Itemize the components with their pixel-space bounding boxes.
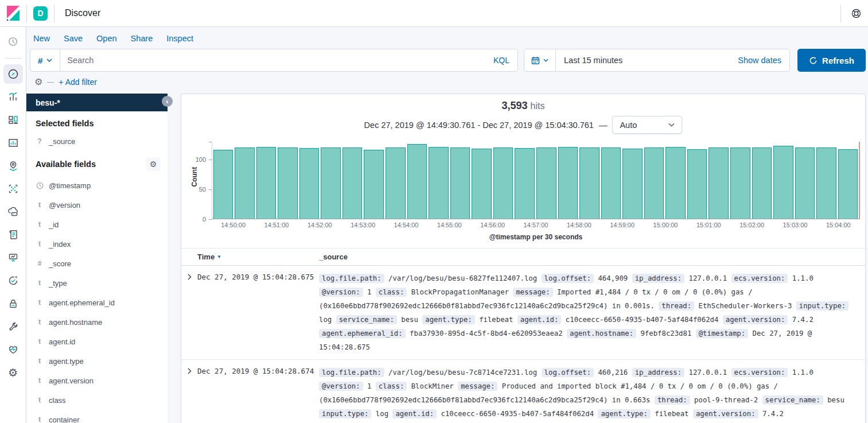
histogram-bar-14:58:00[interactable]	[579, 148, 600, 219]
interval-select[interactable]: Auto	[612, 116, 682, 134]
field-item-@version[interactable]: t@version	[26, 195, 168, 215]
time-column-header[interactable]: Time▼	[197, 253, 319, 261]
new-button[interactable]: New	[33, 34, 50, 43]
maps-icon	[7, 160, 19, 172]
nav-visualize[interactable]	[3, 87, 23, 107]
top-header-bar: D Discover	[0, 0, 868, 27]
field-key-badge: log.file.path:	[319, 368, 384, 377]
field-item-class[interactable]: tclass	[26, 390, 168, 410]
histogram-bar-15:00:30[interactable]	[687, 149, 707, 219]
expand-row-chevron-icon	[188, 274, 192, 280]
field-item-agent.ephemeral_id[interactable]: tagent.ephemeral_id	[26, 293, 168, 312]
share-button[interactable]: Share	[131, 34, 153, 43]
histogram-bar-14:53:00[interactable]	[364, 150, 384, 219]
histogram-bar-14:57:00[interactable]	[536, 148, 556, 219]
expand-row-button[interactable]	[188, 273, 192, 281]
nav-dashboard[interactable]	[3, 110, 23, 130]
kibana-logo[interactable]	[0, 6, 26, 21]
field-item-_source[interactable]: ?_source	[26, 133, 168, 150]
nav-uptime[interactable]	[3, 271, 23, 290]
histogram-bar-14:56:30[interactable]	[515, 148, 535, 219]
histogram-bar-14:59:30[interactable]	[644, 148, 664, 219]
filter-settings-gear-icon[interactable]: ⚙	[34, 77, 42, 87]
nav-logs[interactable]	[3, 225, 23, 245]
field-item-_id[interactable]: t_id	[26, 215, 168, 234]
source-column-header: _source	[319, 253, 865, 261]
collapse-sidebar-button[interactable]: ‹	[162, 96, 173, 107]
histogram-bar-14:55:00[interactable]	[450, 148, 470, 219]
nav-apm[interactable]	[3, 202, 23, 222]
field-value: c10ceecc-6650-4935-b407-5af484f062d4	[437, 410, 598, 418]
time-range-value[interactable]: Last 15 minutes	[556, 56, 738, 65]
histogram-bar-15:04:00[interactable]	[838, 149, 858, 219]
histogram-bar-14:56:00[interactable]	[493, 148, 513, 219]
nav-dev-tools[interactable]	[3, 317, 23, 336]
field-settings-gear-icon[interactable]: ⚙	[146, 157, 161, 171]
field-name: class	[49, 396, 66, 405]
metrics-icon	[7, 252, 19, 263]
field-value: 1	[363, 288, 376, 296]
histogram-bar-14:50:00[interactable]	[235, 148, 255, 219]
chevron-down-icon	[668, 123, 675, 127]
histogram-bar-14:54:00[interactable]	[407, 144, 427, 219]
save-button[interactable]: Save	[64, 34, 83, 43]
histogram-bar-14:50:30[interactable]	[256, 147, 277, 219]
histogram-bar-14:52:30[interactable]	[342, 148, 363, 219]
index-pattern-selector[interactable]: besu-*	[26, 94, 168, 111]
field-filter-dropdown[interactable]: #	[30, 49, 60, 71]
histogram-chart: Count 100 50 0	[181, 142, 860, 219]
field-item-_type[interactable]: t_type	[26, 273, 168, 293]
refresh-button[interactable]: Refresh	[797, 49, 866, 72]
nav-management[interactable]: ⚙	[3, 363, 23, 382]
search-input[interactable]	[60, 56, 485, 65]
expand-row-button[interactable]	[188, 367, 192, 375]
discover-app-badge[interactable]: D	[33, 6, 48, 21]
histogram-bar-14:55:30[interactable]	[472, 149, 492, 219]
field-item-_index[interactable]: t_index	[26, 234, 168, 254]
field-key-badge: agent.hostname:	[567, 329, 636, 338]
histogram-bar-15:03:30[interactable]	[816, 148, 836, 219]
histogram-bar-14:54:30[interactable]	[429, 147, 449, 219]
nav-maps[interactable]	[3, 156, 23, 176]
histogram-bar-14:51:30[interactable]	[299, 148, 320, 219]
nav-stack-monitoring[interactable]	[3, 340, 23, 359]
nav-discover[interactable]	[3, 64, 23, 84]
field-value: besu	[397, 316, 422, 324]
add-filter-button[interactable]: + Add filter	[59, 77, 97, 87]
query-language-button[interactable]: KQL	[485, 56, 517, 65]
histogram-bar-14:53:30[interactable]	[386, 148, 406, 219]
inspect-button[interactable]: Inspect	[166, 34, 193, 43]
field-key-badge: agent.type:	[422, 315, 474, 324]
nav-siem[interactable]	[3, 294, 23, 313]
field-item-@timestamp[interactable]: @timestamp	[26, 176, 168, 195]
histogram-bar-15:02:30[interactable]	[773, 146, 793, 219]
nav-canvas[interactable]	[3, 133, 23, 153]
field-item-_score[interactable]: #_score	[26, 254, 168, 273]
histogram-bar-14:57:30[interactable]	[558, 147, 578, 219]
show-dates-button[interactable]: Show dates	[738, 56, 789, 65]
histogram-bar-15:02:00[interactable]	[752, 148, 772, 219]
histogram-bar-15:01:00[interactable]	[709, 148, 729, 219]
histogram-bar-14:59:00[interactable]	[622, 149, 643, 219]
field-item-agent.type[interactable]: tagent.type	[26, 351, 168, 371]
histogram-bar-14:49:30[interactable]	[213, 150, 233, 219]
field-item-agent.id[interactable]: tagent.id	[26, 332, 168, 351]
histogram-bar-15:03:00[interactable]	[795, 148, 815, 219]
sort-descending-icon[interactable]: ▼	[217, 254, 221, 259]
histogram-bar-14:52:00[interactable]	[321, 148, 341, 219]
field-item-agent.hostname[interactable]: tagent.hostname	[26, 312, 168, 332]
histogram-bar-15:01:30[interactable]	[730, 148, 750, 219]
open-button[interactable]: Open	[96, 34, 116, 43]
nav-machine-learning[interactable]	[3, 179, 23, 199]
nav-metrics[interactable]	[3, 248, 23, 267]
histogram-bar-15:00:00[interactable]	[665, 147, 686, 219]
date-quick-select-button[interactable]	[524, 49, 556, 71]
field-item-container[interactable]: tcontainer	[26, 410, 168, 423]
recently-viewed-icon[interactable]	[3, 32, 23, 51]
field-item-agent.version[interactable]: tagent.version	[26, 371, 168, 390]
histogram-bar-14:51:00[interactable]	[278, 148, 298, 219]
x-tick: 14:58:00	[567, 222, 591, 228]
help-button[interactable]	[851, 9, 861, 18]
histogram-bar-14:58:30[interactable]	[601, 148, 621, 219]
histogram-plot-area[interactable]	[212, 142, 860, 219]
